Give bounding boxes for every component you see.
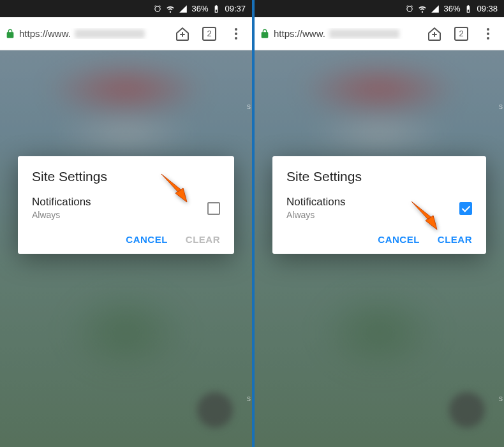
signal-icon	[431, 4, 440, 13]
url-bar: https://www. 2	[0, 17, 252, 50]
screenshot-right: 36% 09:38 https://www. 2 s s Site Settin…	[252, 0, 504, 447]
menu-dots-icon[interactable]	[225, 23, 247, 45]
alarm-icon	[405, 4, 414, 13]
notif-label: Notifications	[286, 196, 346, 209]
status-bar: 36% 09:38	[255, 0, 504, 17]
lock-icon	[260, 29, 270, 39]
home-add-icon[interactable]	[424, 23, 445, 45]
notif-checkbox[interactable]	[459, 202, 472, 215]
clear-button[interactable]: CLEAR	[438, 234, 472, 245]
menu-dots-icon[interactable]	[477, 23, 499, 45]
site-settings-dialog: Site Settings Notifications Always CANCE…	[272, 156, 486, 254]
url-domain-redacted	[75, 29, 145, 38]
site-settings-dialog: Site Settings Notifications Always CANCE…	[18, 156, 234, 254]
url-bar: https://www. 2	[255, 17, 504, 50]
url-field[interactable]: https://www.	[260, 28, 419, 39]
fab-blur	[449, 392, 485, 428]
status-bar: 36% 09:37	[0, 0, 252, 17]
notif-sublabel: Always	[32, 210, 91, 220]
alarm-icon	[153, 4, 162, 13]
dialog-title: Site Settings	[32, 169, 220, 184]
tab-count-button[interactable]: 2	[198, 23, 220, 45]
notif-label: Notifications	[32, 196, 91, 209]
tab-count-button[interactable]: 2	[450, 23, 472, 45]
fab-blur	[197, 392, 233, 428]
battery-icon	[212, 4, 221, 13]
cancel-button[interactable]: CANCEL	[378, 234, 420, 245]
notif-sublabel: Always	[286, 210, 346, 220]
clear-button: CLEAR	[186, 234, 220, 245]
screenshot-left: 36% 09:37 https://www. 2 s s Site Settin…	[0, 0, 252, 447]
wifi-icon	[166, 4, 175, 13]
lock-icon	[5, 29, 15, 39]
battery-icon	[464, 4, 473, 13]
notification-row[interactable]: Notifications Always	[286, 196, 472, 220]
status-time: 09:37	[225, 4, 246, 13]
signal-icon	[179, 4, 188, 13]
notif-checkbox[interactable]	[207, 202, 220, 215]
battery-percent: 36%	[191, 4, 208, 13]
notification-row[interactable]: Notifications Always	[32, 196, 220, 220]
home-add-icon[interactable]	[172, 23, 193, 45]
url-domain-redacted	[329, 29, 399, 38]
dialog-title: Site Settings	[286, 169, 472, 184]
cancel-button[interactable]: CANCEL	[126, 234, 168, 245]
wifi-icon	[418, 4, 427, 13]
battery-percent: 36%	[443, 4, 460, 13]
status-time: 09:38	[477, 4, 498, 13]
url-field[interactable]: https://www.	[5, 28, 167, 39]
